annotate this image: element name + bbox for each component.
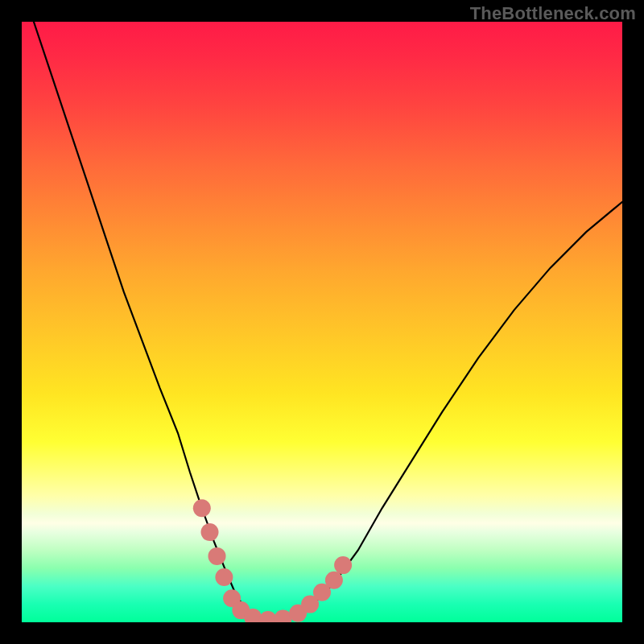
highlight-dot <box>193 499 211 517</box>
highlight-dot <box>334 556 352 574</box>
highlight-dot <box>215 568 233 586</box>
highlight-dot <box>275 610 292 623</box>
highlight-dot <box>208 547 226 565</box>
highlight-dots <box>193 499 352 622</box>
highlight-dot <box>259 611 277 622</box>
chart-svg <box>22 22 622 622</box>
highlight-dot <box>325 572 343 589</box>
highlight-dot <box>201 523 219 541</box>
bottleneck-curve <box>34 22 622 619</box>
